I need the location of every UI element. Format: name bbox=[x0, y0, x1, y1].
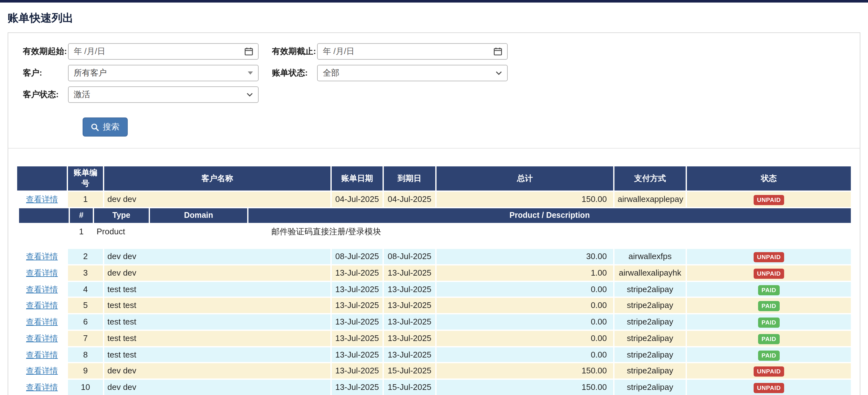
view-details-cell: 查看详情 bbox=[17, 192, 68, 207]
invoice-number-cell: 2 bbox=[68, 249, 104, 264]
due-date-cell: 13-Jul-2025 bbox=[384, 282, 437, 297]
invoice-row: 查看详情8test test13-Jul-202513-Jul-20250.00… bbox=[17, 347, 851, 362]
status-badge: UNPAID bbox=[754, 195, 784, 205]
view-details-cell: 查看详情 bbox=[17, 331, 68, 346]
invoice-number-cell: 5 bbox=[68, 298, 104, 314]
view-details-link[interactable]: 查看详情 bbox=[26, 301, 58, 310]
items-column-header: Type bbox=[94, 208, 150, 223]
item-number-cell: 1 bbox=[70, 223, 94, 240]
invoice-row: 查看详情7test test13-Jul-202513-Jul-20250.00… bbox=[17, 331, 851, 346]
customer-select[interactable]: 所有客户 bbox=[68, 65, 259, 81]
payment-method-cell: stripe2alipay bbox=[615, 331, 687, 346]
invoice-status-label: 账单状态: bbox=[272, 67, 317, 79]
filter-row-dates: 有效期起始: 年 /月/日 有效期截止: 年 /月/日 bbox=[23, 43, 860, 60]
view-details-link[interactable]: 查看详情 bbox=[26, 252, 58, 261]
valid-to-date-input[interactable]: 年 /月/日 bbox=[317, 43, 508, 60]
customer-name-cell: test test bbox=[104, 314, 332, 330]
view-details-link[interactable]: 查看详情 bbox=[26, 367, 58, 375]
column-header: 账单日期 bbox=[332, 166, 384, 191]
invoice-date-cell: 08-Jul-2025 bbox=[332, 249, 384, 264]
customer-name-cell: test test bbox=[104, 282, 332, 297]
search-icon bbox=[91, 123, 99, 131]
search-button[interactable]: 搜索 bbox=[83, 118, 128, 136]
view-details-cell: 查看详情 bbox=[17, 282, 68, 297]
view-details-cell: 查看详情 bbox=[17, 265, 68, 281]
items-column-header bbox=[19, 208, 70, 223]
calendar-icon[interactable] bbox=[494, 47, 502, 56]
status-cell: UNPAID bbox=[687, 364, 851, 379]
invoice-date-cell: 13-Jul-2025 bbox=[332, 282, 384, 297]
total-cell: 0.00 bbox=[437, 314, 615, 330]
items-column-header: # bbox=[70, 208, 94, 223]
status-cell: UNPAID bbox=[687, 192, 851, 207]
status-badge: UNPAID bbox=[754, 367, 784, 377]
invoice-table-body: 查看详情1dev dev04-Jul-202504-Jul-2025150.00… bbox=[17, 192, 851, 395]
search-button-label: 搜索 bbox=[103, 121, 120, 133]
view-details-link[interactable]: 查看详情 bbox=[26, 195, 58, 204]
status-cell: PAID bbox=[687, 298, 851, 314]
status-badge: UNPAID bbox=[754, 269, 784, 279]
invoice-number-cell: 10 bbox=[68, 380, 104, 395]
item-spacer-cell bbox=[19, 223, 70, 240]
status-cell: PAID bbox=[687, 314, 851, 330]
invoice-number-cell: 9 bbox=[68, 364, 104, 379]
status-badge: UNPAID bbox=[754, 383, 784, 393]
invoice-table-section: 账单编号客户名称账单日期到期日总计支付方式状态 查看详情1dev dev04-J… bbox=[8, 148, 860, 395]
payment-method-cell: stripe2alipay bbox=[615, 380, 687, 395]
total-cell: 0.00 bbox=[437, 331, 615, 346]
total-cell: 150.00 bbox=[437, 364, 615, 379]
invoice-status-select[interactable]: 全部 bbox=[317, 65, 508, 81]
due-date-cell: 13-Jul-2025 bbox=[384, 331, 437, 346]
item-domain-cell bbox=[150, 223, 248, 240]
items-column-header: Domain bbox=[150, 208, 248, 223]
calendar-icon[interactable] bbox=[245, 47, 253, 56]
customer-name-cell: dev dev bbox=[104, 192, 332, 207]
view-details-cell: 查看详情 bbox=[17, 249, 68, 264]
status-cell: PAID bbox=[687, 282, 851, 297]
view-details-link[interactable]: 查看详情 bbox=[26, 383, 58, 392]
payment-method-cell: airwallexapplepay bbox=[615, 192, 687, 207]
invoice-number-cell: 4 bbox=[68, 282, 104, 297]
invoice-row: 查看详情10dev dev13-Jul-202515-Jul-2025150.0… bbox=[17, 380, 851, 395]
invoice-date-cell: 13-Jul-2025 bbox=[332, 265, 384, 281]
view-details-link[interactable]: 查看详情 bbox=[26, 269, 58, 277]
payment-method-cell: stripe2alipay bbox=[615, 314, 687, 330]
invoice-date-cell: 13-Jul-2025 bbox=[332, 380, 384, 395]
valid-from-date-input[interactable]: 年 /月/日 bbox=[68, 43, 259, 60]
status-badge: PAID bbox=[758, 318, 779, 328]
customer-name-cell: dev dev bbox=[104, 249, 332, 264]
due-date-cell: 04-Jul-2025 bbox=[384, 192, 437, 207]
view-details-link[interactable]: 查看详情 bbox=[26, 285, 58, 294]
column-header: 客户名称 bbox=[104, 166, 332, 191]
status-cell: UNPAID bbox=[687, 265, 851, 281]
column-header bbox=[17, 166, 68, 191]
valid-from-placeholder: 年 /月/日 bbox=[74, 46, 105, 57]
invoice-number-cell: 6 bbox=[68, 314, 104, 330]
payment-method-cell: stripe2alipay bbox=[615, 347, 687, 362]
valid-to-placeholder: 年 /月/日 bbox=[323, 46, 354, 57]
payment-method-cell: stripe2alipay bbox=[615, 298, 687, 314]
customer-name-cell: dev dev bbox=[104, 364, 332, 379]
valid-from-label: 有效期起始: bbox=[23, 46, 68, 57]
payment-method-cell: airwallexfps bbox=[615, 249, 687, 264]
invoice-row: 查看详情6test test13-Jul-202513-Jul-20250.00… bbox=[17, 314, 851, 330]
column-header: 状态 bbox=[687, 166, 851, 191]
invoice-date-cell: 13-Jul-2025 bbox=[332, 314, 384, 330]
view-details-link[interactable]: 查看详情 bbox=[26, 350, 58, 359]
invoice-date-cell: 13-Jul-2025 bbox=[332, 331, 384, 346]
invoice-date-cell: 04-Jul-2025 bbox=[332, 192, 384, 207]
status-badge: PAID bbox=[758, 334, 779, 344]
due-date-cell: 15-Jul-2025 bbox=[384, 380, 437, 395]
invoice-row: 查看详情4test test13-Jul-202513-Jul-20250.00… bbox=[17, 282, 851, 297]
customer-status-selected-value: 激活 bbox=[74, 89, 90, 100]
column-header: 总计 bbox=[437, 166, 615, 191]
status-cell: PAID bbox=[687, 331, 851, 346]
item-type-cell: Product bbox=[94, 223, 150, 240]
view-details-link[interactable]: 查看详情 bbox=[26, 334, 58, 343]
invoice-date-cell: 13-Jul-2025 bbox=[332, 364, 384, 379]
view-details-link[interactable]: 查看详情 bbox=[26, 318, 58, 326]
invoice-row: 查看详情9dev dev13-Jul-202515-Jul-2025150.00… bbox=[17, 364, 851, 379]
column-header: 支付方式 bbox=[615, 166, 687, 191]
invoice-number-cell: 8 bbox=[68, 347, 104, 362]
customer-status-select[interactable]: 激活 bbox=[68, 86, 259, 103]
